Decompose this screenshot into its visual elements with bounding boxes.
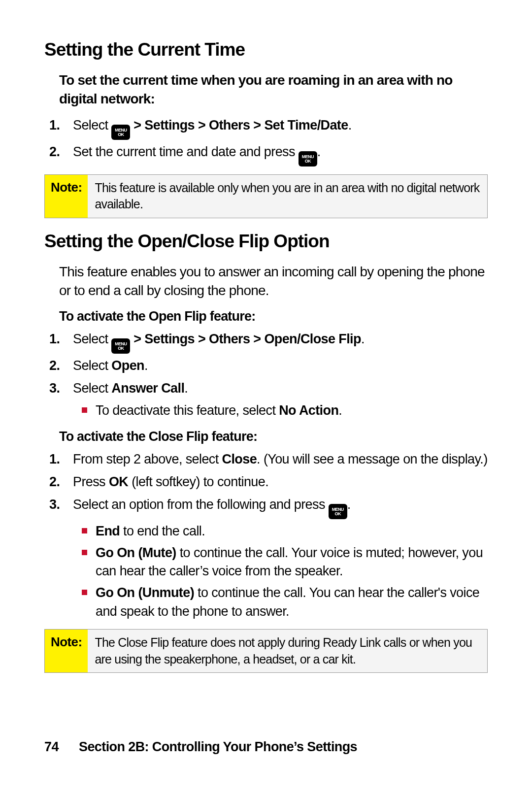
steps-close-flip: 1. From step 2 above, select Close. (You…	[44, 449, 488, 621]
note-text: The Close Flip feature does not apply du…	[88, 630, 487, 673]
menu-ok-icon: MENUOK	[329, 504, 347, 519]
intro-flip-option: This feature enables you to answer an in…	[44, 263, 488, 300]
note-label: Note:	[45, 175, 88, 218]
step-path: > Settings > Others > Set Time/Date	[130, 118, 348, 133]
step-text: Select	[73, 118, 111, 133]
step-item: 2. Press OK (left softkey) to continue.	[73, 472, 488, 493]
subheading-open-flip: To activate the Open Flip feature:	[44, 309, 488, 324]
subheading-close-flip: To activate the Close Flip feature:	[44, 429, 488, 444]
steps-open-flip: 1. Select MENUOK > Settings > Others > O…	[44, 329, 488, 420]
bullet-item: To deactivate this feature, select No Ac…	[96, 401, 488, 420]
page-number: 74	[44, 739, 79, 755]
heading-set-time: Setting the Current Time	[44, 39, 488, 60]
bullet-item: Go On (Unmute) to continue the call. You…	[96, 584, 488, 621]
menu-ok-icon: MENUOK	[111, 338, 130, 354]
step-item: 1. Select MENUOK > Settings > Others > O…	[73, 329, 488, 354]
page-footer: 74Section 2B: Controlling Your Phone’s S…	[44, 739, 488, 755]
step-item: 1. From step 2 above, select Close. (You…	[73, 449, 488, 470]
manual-page: Setting the Current Time To set the curr…	[0, 0, 532, 798]
intro-set-time: To set the current time when you are roa…	[44, 71, 488, 108]
bullet-item: End to end the call.	[96, 522, 488, 541]
bullet-item: Go On (Mute) to continue the call. Your …	[96, 544, 488, 581]
steps-set-time: 1. Select MENUOK > Settings > Others > S…	[44, 115, 488, 166]
note-label: Note:	[45, 630, 88, 673]
footer-title: Section 2B: Controlling Your Phone’s Set…	[79, 739, 357, 754]
note-box: Note: The Close Flip feature does not ap…	[44, 629, 488, 673]
step-item: 2. Set the current time and date and pre…	[73, 142, 488, 166]
step-path: > Settings > Others > Open/Close Flip	[130, 332, 361, 346]
step-text: Set the current time and date and press	[73, 144, 299, 159]
step-item: 3. Select an option from the following a…	[73, 495, 488, 621]
note-text: This feature is available only when you …	[88, 175, 487, 218]
step-item: 2. Select Open.	[73, 356, 488, 376]
menu-ok-icon: MENUOK	[299, 151, 317, 166]
step-item: 3. Select Answer Call. To deactivate thi…	[73, 378, 488, 421]
heading-flip-option: Setting the Open/Close Flip Option	[44, 231, 488, 252]
step-item: 1. Select MENUOK > Settings > Others > S…	[73, 115, 488, 140]
menu-ok-icon: MENUOK	[111, 125, 130, 140]
sub-bullets: End to end the call. Go On (Mute) to con…	[73, 522, 488, 621]
note-box: Note: This feature is available only whe…	[44, 174, 488, 219]
sub-bullets: To deactivate this feature, select No Ac…	[73, 401, 488, 420]
